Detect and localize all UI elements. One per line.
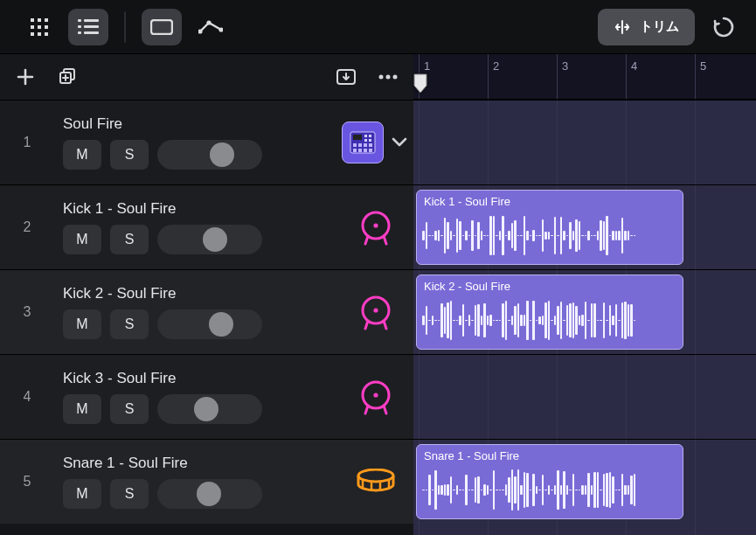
svg-rect-1: [38, 18, 41, 22]
timeline-ruler[interactable]: 1 2 3 4 5: [413, 54, 756, 100]
plus-icon: [16, 67, 35, 87]
ruler-mark: 4: [631, 59, 637, 73]
import-button[interactable]: [333, 64, 359, 90]
more-button[interactable]: [375, 64, 401, 90]
clip-notes: [417, 295, 683, 349]
mute-button[interactable]: M: [63, 225, 101, 254]
grid-icon: [30, 17, 49, 37]
svg-rect-29: [369, 139, 371, 142]
svg-rect-11: [78, 25, 81, 28]
lane[interactable]: Kick 1 - Soul Fire: [413, 184, 756, 269]
svg-rect-14: [84, 31, 99, 34]
lane[interactable]: [413, 100, 756, 184]
svg-rect-26: [364, 135, 367, 137]
svg-point-44: [358, 469, 393, 482]
svg-rect-33: [369, 143, 372, 147]
track-panel-header: [0, 54, 413, 100]
solo-button[interactable]: S: [110, 225, 149, 254]
snare-drum-icon: [356, 469, 396, 495]
playhead[interactable]: [413, 73, 427, 100]
solo-button[interactable]: S: [110, 309, 149, 339]
track-number: 1: [0, 101, 54, 184]
duplicate-icon: [58, 67, 77, 87]
track-title: Kick 2 - Soul Fire: [63, 285, 329, 302]
volume-slider[interactable]: [157, 140, 262, 170]
track-number: 2: [0, 185, 54, 269]
clip-notes: [417, 465, 683, 518]
volume-slider[interactable]: [157, 225, 262, 254]
svg-rect-7: [38, 32, 41, 36]
svg-rect-32: [364, 143, 367, 147]
grid-view-button[interactable]: [19, 9, 59, 45]
volume-slider[interactable]: [157, 394, 262, 424]
track-row[interactable]: 2 Kick 1 - Soul Fire M S: [0, 184, 413, 269]
ruler-mark: 1: [424, 59, 430, 73]
midi-clip[interactable]: Kick 1 - Soul Fire: [416, 190, 683, 265]
track-title: Kick 1 - Soul Fire: [63, 200, 329, 218]
track-row-master[interactable]: 1 Soul Fire M S: [0, 100, 413, 184]
track-row[interactable]: 5 Snare 1 - Soul Fire M S: [0, 439, 413, 524]
solo-button[interactable]: S: [110, 394, 149, 424]
volume-knob[interactable]: [197, 482, 221, 506]
track-title: Snare 1 - Soul Fire: [63, 455, 329, 472]
track-row[interactable]: 3 Kick 2 - Soul Fire M S: [0, 269, 413, 354]
svg-rect-37: [369, 149, 372, 152]
trim-icon: [614, 18, 631, 36]
volume-knob[interactable]: [203, 227, 227, 252]
lane[interactable]: Kick 2 - Soul Fire: [413, 269, 756, 354]
loop-button[interactable]: [707, 10, 740, 44]
lane[interactable]: Snare 1 - Soul Fire: [413, 439, 756, 524]
top-toolbar: トリム: [0, 0, 756, 54]
clip-title: Kick 2 - Soul Fire: [417, 275, 683, 295]
svg-rect-4: [38, 25, 41, 29]
clip-notes: [417, 211, 683, 264]
list-icon: [78, 19, 99, 35]
svg-rect-5: [45, 25, 48, 29]
svg-rect-25: [353, 135, 362, 140]
trim-button[interactable]: トリム: [598, 9, 695, 45]
volume-slider[interactable]: [157, 479, 262, 509]
list-view-button[interactable]: [68, 9, 108, 45]
toolbar-separator: [124, 11, 126, 43]
svg-rect-30: [353, 143, 357, 147]
midi-clip[interactable]: Snare 1 - Soul Fire: [416, 444, 683, 519]
volume-knob[interactable]: [209, 312, 233, 337]
ruler-mark: 3: [562, 59, 568, 73]
svg-rect-12: [84, 25, 99, 28]
svg-rect-27: [369, 135, 371, 137]
add-track-button[interactable]: [12, 64, 38, 90]
expand-button[interactable]: [389, 132, 410, 153]
volume-knob[interactable]: [194, 397, 218, 421]
clip-title: Snare 1 - Soul Fire: [417, 445, 683, 465]
automation-tool-button[interactable]: [191, 9, 231, 45]
svg-rect-3: [31, 25, 34, 29]
midi-clip[interactable]: Kick 2 - Soul Fire: [416, 274, 683, 350]
ruler-mark: 5: [700, 59, 706, 73]
clip-title: Kick 1 - Soul Fire: [417, 191, 683, 211]
solo-button[interactable]: S: [110, 479, 149, 509]
volume-knob[interactable]: [210, 142, 234, 167]
lane[interactable]: [413, 354, 756, 439]
svg-rect-31: [358, 143, 362, 147]
timeline[interactable]: 1 2 3 4 5 Kick 1 - Soul Fire: [413, 54, 756, 535]
svg-point-17: [206, 20, 211, 24]
arrangement-area[interactable]: Kick 1 - Soul Fire Kick 2 - Soul Fire Sn…: [413, 100, 756, 535]
track-list: 1 Soul Fire M S: [0, 100, 413, 535]
volume-slider[interactable]: [157, 309, 262, 339]
svg-rect-9: [78, 19, 81, 22]
kick-drum-icon: [357, 209, 394, 246]
track-number: 4: [0, 355, 54, 439]
mute-button[interactable]: M: [63, 140, 101, 170]
drum-machine-icon[interactable]: [342, 122, 384, 163]
region-tool-button[interactable]: [142, 9, 182, 45]
track-row[interactable]: 4 Kick 3 - Soul Fire M S: [0, 354, 413, 439]
mute-button[interactable]: M: [63, 394, 101, 424]
svg-point-23: [393, 75, 398, 80]
duplicate-track-button[interactable]: [54, 64, 80, 90]
svg-point-22: [386, 75, 391, 80]
solo-button[interactable]: S: [110, 140, 149, 170]
track-panel: 1 Soul Fire M S: [0, 54, 413, 535]
mute-button[interactable]: M: [63, 479, 101, 509]
mute-button[interactable]: M: [63, 309, 101, 339]
svg-rect-6: [31, 32, 34, 36]
